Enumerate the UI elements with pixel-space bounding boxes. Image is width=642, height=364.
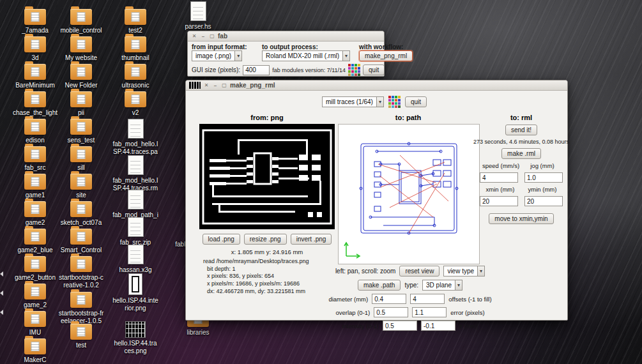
move-to-xmin-ymin-button[interactable]: move to xmin,ymin [489, 213, 553, 224]
desktop-icon-pii[interactable]: pii [58, 91, 104, 117]
make-png-rml-button[interactable]: make_png_rml [359, 50, 413, 61]
z-label: z (mm) [459, 322, 478, 330]
desktop-icon-thumbnail[interactable]: thumbnail [112, 36, 158, 62]
chevron-down-icon[interactable]: ▾ [342, 50, 350, 61]
icon-label: sketch_oct07a [58, 219, 104, 227]
desktop-icon-game2-button[interactable]: game2_button [12, 256, 58, 282]
path-type-select[interactable]: 3D plane ▾ [422, 280, 462, 291]
diameter-input[interactable] [372, 294, 406, 304]
desktop-icon-v2[interactable]: v2 [112, 91, 158, 117]
offsets-input[interactable] [410, 294, 445, 304]
desktop-icon-test2[interactable]: test2 [112, 9, 158, 34]
ymin-input[interactable] [524, 196, 563, 206]
workflow-header: with workflow: [359, 43, 413, 50]
desktop-icon-chase-the-light[interactable]: chase_the_light [12, 91, 58, 117]
make-rml-button[interactable]: make .rml [501, 148, 541, 159]
fab-modules-logo-icon[interactable] [348, 64, 360, 76]
speed-input[interactable] [480, 172, 518, 183]
chevron-down-icon[interactable]: ▾ [455, 280, 462, 291]
desktop-icon-edison[interactable]: edison [12, 119, 58, 144]
desktop-icon-hello-isp-44-traces-png[interactable]: hello.ISP.44.traces.png [112, 321, 158, 354]
desktop-icon-parser-hs[interactable]: parser.hs [175, 1, 221, 31]
output-process-select[interactable]: Roland MDX-20 mill (.rml) ▾ [262, 50, 358, 61]
maximize-icon[interactable]: ▢ [209, 33, 215, 40]
chevron-down-icon[interactable]: ▾ [376, 96, 384, 107]
launcher-edge-arrow[interactable] [0, 310, 3, 315]
desktop-icon-sill[interactable]: sill [58, 146, 104, 172]
close-icon[interactable]: ✕ [191, 33, 197, 40]
desktop-icon-fab-src[interactable]: fab_src [12, 146, 58, 172]
desktop-icon-game-2[interactable]: game_2 [12, 284, 58, 309]
make-titlebar[interactable]: ✕ – ▢ make_png_rml [186, 80, 567, 91]
jog-label: jog (mm) [524, 162, 560, 169]
gui-size-input[interactable] [243, 65, 270, 75]
offsets-label: offsets (-1 to fill) [448, 296, 491, 303]
desktop-icon-startbootstrap-freelancer-1-0-5[interactable]: startbootstrap-freelancer-1.0.5 [58, 292, 104, 324]
desktop-icon-smart-control[interactable]: Smart_Control [58, 229, 104, 254]
desktop-icon-7amada[interactable]: _7amada [12, 9, 58, 34]
overlap-input[interactable] [374, 307, 408, 317]
pcb-trace-art [199, 124, 335, 229]
desktop-icon-startbootstrap-creative-1-0-2[interactable]: startbootstrap-creative-1.0.2 [58, 256, 104, 289]
path-preview-canvas[interactable] [338, 124, 480, 264]
minimize-icon[interactable]: – [212, 82, 218, 89]
maximize-icon[interactable]: ▢ [221, 82, 227, 89]
make-png-rml-window: ✕ – ▢ make_png_rml mill traces (1/64) ▾ … [185, 80, 568, 321]
chevron-down-icon[interactable]: ▾ [234, 50, 242, 61]
desktop-icon-my-website[interactable]: My website [58, 36, 104, 62]
desktop-icon-new-folder[interactable]: New Folder [58, 64, 104, 89]
desktop-icon-fab-src-zip[interactable]: fab_src.zip [112, 217, 158, 246]
icon-label: hassan.x3g [112, 266, 158, 274]
intensity-input[interactable] [383, 321, 417, 331]
desktop-icon-hassan-x3g[interactable]: hassan.x3g [112, 245, 158, 274]
desktop-icon-site[interactable]: site [58, 174, 104, 199]
quit-button[interactable]: quit [405, 96, 427, 107]
reset-view-button[interactable]: reset view [399, 266, 439, 277]
png-info-block: read /home/mrayman/Desktop/traces.png bi… [203, 258, 309, 295]
file-icon [128, 190, 144, 209]
desktop-icon-game2[interactable]: game2 [12, 201, 58, 227]
mode-select[interactable]: mill traces (1/64) ▾ [322, 96, 384, 107]
z-input[interactable] [421, 321, 455, 331]
desktop-icon-imu[interactable]: IMU [12, 311, 58, 337]
quit-button[interactable]: quit [363, 64, 385, 75]
launcher-edge-arrow[interactable] [0, 271, 3, 277]
folder-icon [70, 201, 92, 217]
folder-icon [24, 91, 46, 107]
icon-label: mobile_control [58, 27, 104, 34]
folder-icon [70, 9, 92, 25]
minimize-icon[interactable]: – [200, 33, 206, 40]
resize-png-button[interactable]: resize .png [244, 234, 287, 245]
desktop-icon-mobile-control[interactable]: mobile_control [58, 9, 104, 34]
folder-icon [24, 119, 46, 135]
desktop-icon-game2-blue[interactable]: game2_blue [12, 229, 58, 254]
desktop-icon-bareminimum[interactable]: BareMinimum [12, 64, 58, 89]
pcb-trace-image[interactable] [199, 124, 335, 229]
input-format-select[interactable]: image (.png) ▾ [192, 50, 261, 61]
load-png-button[interactable]: load .png [203, 234, 240, 245]
make-path-button[interactable]: make .path [358, 280, 401, 291]
error-input[interactable] [412, 307, 447, 317]
desktop-icon-makerc[interactable]: MakerC [12, 338, 58, 364]
fab-window: ✕ – ▢ fab from input format: to output p… [187, 31, 385, 77]
close-icon[interactable]: ✕ [203, 82, 210, 89]
desktop-icon-sketch-oct07a[interactable]: sketch_oct07a [58, 201, 104, 227]
send-it-button[interactable]: send it! [505, 125, 537, 135]
fab-titlebar[interactable]: ✕ – ▢ fab [188, 31, 384, 42]
desktop-icon-hello-isp-44-interior-png[interactable]: hello.ISP.44.interior.png [112, 273, 158, 312]
desktop-icon-test[interactable]: test [58, 324, 104, 349]
invert-png-button[interactable]: invert .png [291, 234, 332, 245]
xmin-input[interactable] [480, 196, 518, 206]
view-type-select[interactable]: view type ▾ [443, 266, 485, 277]
jog-input[interactable] [524, 172, 563, 183]
folder-icon [70, 256, 92, 272]
desktop-icon-3d[interactable]: 3d [12, 36, 58, 62]
launcher-edge-arrow[interactable] [0, 291, 3, 296]
icon-label: game_2 [12, 301, 58, 309]
desktop-icon-game1[interactable]: game1 [12, 174, 58, 199]
desktop-icon-sens-test[interactable]: sens_test [58, 119, 104, 144]
chevron-down-icon[interactable]: ▾ [477, 266, 485, 277]
from-png-header: from: png [199, 114, 335, 121]
desktop-icon-ultrasonic[interactable]: ultrasonic [112, 64, 158, 89]
fab-modules-logo-icon[interactable] [388, 96, 401, 108]
